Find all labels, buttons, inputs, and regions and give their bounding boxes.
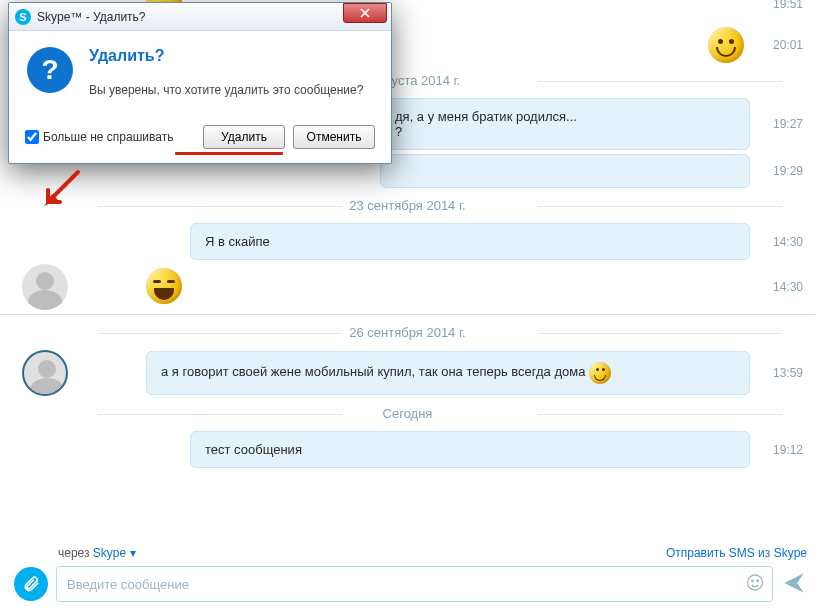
emoji-laugh-icon [146,268,182,304]
date-separator: 23 сентября 2014 г. [0,198,815,213]
emoji-picker-button[interactable] [745,573,765,596]
dialog-titlebar[interactable]: S Skype™ - Удалить? [9,3,391,31]
via-skype-link[interactable]: Skype [93,546,126,560]
dialog-title: Skype™ - Удалить? [37,10,343,24]
input-bar: через Skype ▾ Отправить SMS из Skype [0,538,823,612]
via-label: через Skype ▾ [58,546,136,560]
cancel-button[interactable]: Отменить [293,125,375,149]
date-separator: 26 сентября 2014 г. [0,325,815,340]
message-bubble[interactable]: дя, а у меня братик родился... ? [380,98,750,150]
message-bubble[interactable] [380,154,750,188]
avatar[interactable] [22,350,68,396]
svg-point-2 [757,580,759,582]
message-text: а я говорит своей жене мобильный купил, … [161,364,589,379]
message-time: 14:30 [750,235,815,249]
emoji-smile-icon [708,27,744,63]
delete-dialog: S Skype™ - Удалить? ? Удалить? Вы уверен… [8,2,392,164]
dialog-body-text: Вы уверены, что хотите удалить это сообщ… [89,83,363,97]
dont-ask-checkbox[interactable]: Больше не спрашивать [25,130,195,144]
close-button[interactable] [343,3,387,23]
message-bubble[interactable]: Я в скайпе [190,223,750,260]
svg-point-1 [752,580,754,582]
avatar[interactable] [22,264,68,310]
skype-logo-icon: S [15,9,31,25]
delete-button[interactable]: Удалить [203,125,285,149]
dont-ask-checkbox-input[interactable] [25,130,39,144]
svg-point-0 [748,575,763,590]
dialog-heading: Удалить? [89,47,363,65]
send-sms-link[interactable]: Отправить SMS из Skype [666,546,807,560]
dont-ask-label: Больше не спрашивать [43,130,173,144]
message-time: 19:51 [750,0,815,11]
message-time: 19:29 [750,164,815,178]
emoji-smile-icon [589,362,611,384]
message-input[interactable] [56,566,773,602]
send-button[interactable] [781,570,809,598]
annotation-arrow-icon [38,168,84,217]
attach-button[interactable] [14,567,48,601]
message-bubble[interactable]: тест сообщения [190,431,750,468]
date-separator: Сегодня [0,406,815,421]
message-time: 19:27 [750,117,815,131]
question-icon: ? [27,47,73,93]
message-time: 20:01 [750,38,815,52]
message-time: 13:59 [750,366,815,380]
close-icon [359,8,371,18]
message-bubble[interactable]: а я говорит своей жене мобильный купил, … [146,351,750,395]
message-time: 19:12 [750,443,815,457]
message-time: 14:30 [750,280,815,294]
annotation-underline [175,152,283,155]
